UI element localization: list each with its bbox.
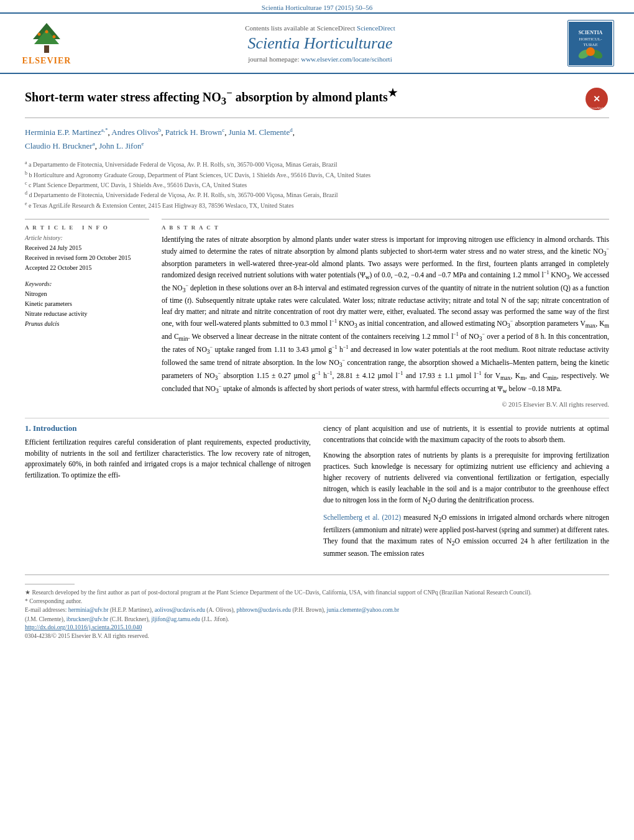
revised-date: Received in revised form 20 October 2015 (25, 253, 149, 263)
intro-paragraph-4: Schellemberg et al. (2012) measured N2O … (323, 512, 609, 560)
email-link-herminia[interactable]: herminia@ufv.br (68, 607, 109, 613)
keyword-kinetic: Kinetic parameters (25, 299, 149, 309)
svg-point-4 (53, 35, 56, 39)
body-col-right: ciency of plant acquisition and use of n… (323, 423, 609, 565)
affiliation-b: b b Horticulture and Agronomy Graduate G… (25, 170, 609, 180)
author-bruckner: Claudio H. Bruckner (25, 141, 93, 150)
header-left: ELSEVIER (12, 21, 81, 66)
two-col-info-abstract: A R T I C L E I N F O Article history: R… (25, 219, 609, 408)
article-info-header: A R T I C L E I N F O (25, 224, 149, 231)
issn-copyright: 0304-4238/© 2015 Elsevier B.V. All right… (25, 633, 609, 639)
svg-text:TURAE: TURAE (583, 42, 597, 47)
elsevier-logo: ELSEVIER (22, 21, 71, 66)
affiliation-c: c c Plant Science Department, UC Davis, … (25, 180, 609, 190)
svg-point-3 (38, 33, 41, 36)
svg-text:CrossMark: CrossMark (590, 106, 604, 109)
journal-title: Scientia Horticulturae (87, 34, 553, 53)
crossmark-icon: ✕ CrossMark (584, 86, 609, 111)
email-link-jljifon[interactable]: jljifon@ag.tamu.edu (151, 616, 200, 622)
page-wrapper: Scientia Horticulturae 197 (2015) 50–56 … (0, 0, 634, 840)
doi-link[interactable]: http://dx.doi.org/10.1016/j.scienta.2015… (25, 624, 609, 630)
elsevier-label: ELSEVIER (22, 56, 71, 66)
affiliation-a: a a Departamento de Fitotecnia, Universi… (25, 159, 609, 169)
homepage-link[interactable]: www.elsevier.com/locate/scihorti (301, 55, 392, 63)
citation-schellemberg[interactable]: Schellemberg et al. (2012) (323, 514, 401, 521)
footnotes-columns: ★ Research developed by the first author… (25, 580, 609, 639)
svg-text:HORTICUL-: HORTICUL- (579, 37, 602, 42)
affiliation-e: e e Texas AgriLife Research & Extension … (25, 200, 609, 210)
authors-line: Herminia E.P. Martineza,*, Andres Olivos… (25, 126, 609, 153)
svg-text:✕: ✕ (593, 95, 600, 104)
journal-header: ELSEVIER Contents lists available at Sci… (0, 12, 634, 74)
email-link-phbrown[interactable]: phbrown@ucdavis.edu (236, 607, 291, 613)
article-title: Short-term water stress affecting NO3− a… (25, 86, 584, 108)
author-olivos: Andres Olivos (111, 127, 158, 137)
received-date: Received 24 July 2015 (25, 243, 149, 253)
article-title-section: Short-term water stress affecting NO3− a… (25, 86, 609, 118)
keywords-label: Keywords: (25, 280, 149, 287)
corresponding-footnote: * Corresponding author. (25, 597, 609, 606)
svg-point-5 (45, 30, 48, 34)
journal-logo: SCIENTIA HORTICUL- TURAE (567, 20, 614, 67)
keyword-prunus: Prunus dulcis (25, 319, 149, 329)
contents-line: Contents lists available at ScienceDirec… (87, 24, 553, 32)
journal-citation: Scientia Horticulturae 197 (2015) 50–56 (262, 4, 372, 11)
footnotes-left: ★ Research developed by the first author… (25, 580, 609, 639)
article-content: Short-term water stress affecting NO3− a… (0, 74, 634, 840)
header-center: Contents lists available at ScienceDirec… (87, 24, 553, 63)
keyword-nitrogen: Nitrogen (25, 289, 149, 299)
col-abstract: A B S T R A C T Identifying the rates of… (162, 219, 609, 408)
author-clemente: Junia M. Clemente (229, 127, 290, 137)
body-content: 1. Introduction Efficient fertilization … (25, 418, 609, 565)
section-1-title: 1. Introduction (25, 423, 311, 433)
email-footnote: E-mail addresses: herminia@ufv.br (H.E.P… (25, 606, 609, 624)
email-link-ibruckner[interactable]: ibruckner@ufv.br (67, 616, 108, 622)
svg-point-12 (586, 47, 595, 56)
footnotes-area: ★ Research developed by the first author… (25, 575, 609, 639)
affiliations-section: a a Departamento de Fitotecnia, Universi… (25, 159, 609, 210)
authors-section: Herminia E.P. Martineza,*, Andres Olivos… (25, 126, 609, 153)
intro-paragraph-1: Efficient fertilization requires careful… (25, 437, 311, 481)
crossmark-badge[interactable]: ✕ CrossMark (584, 86, 609, 111)
abstract-body: Identifying the rates of nitrate absorpt… (162, 234, 609, 396)
author-martinez: Herminia E.P. Martinez (25, 127, 101, 137)
author-jifon: John L. Jifon (99, 141, 141, 150)
keyword-nitrate: Nitrate reductase activity (25, 309, 149, 319)
copyright-notice: © 2015 Elsevier B.V. All rights reserved… (162, 401, 609, 408)
abstract-header: A B S T R A C T (162, 224, 609, 231)
sciencedirect-link[interactable]: ScienceDirect (357, 24, 395, 32)
svg-text:SCIENTIA: SCIENTIA (579, 30, 603, 35)
header-right: SCIENTIA HORTICUL- TURAE (559, 20, 622, 67)
body-col-left: 1. Introduction Efficient fertilization … (25, 423, 311, 565)
journal-logo-icon: SCIENTIA HORTICUL- TURAE (569, 22, 612, 65)
journal-bar: Scientia Horticulturae 197 (2015) 50–56 (0, 0, 634, 12)
intro-paragraph-2: ciency of plant acquisition and use of n… (323, 423, 609, 446)
star-footnote: ★ Research developed by the first author… (25, 588, 609, 597)
elsevier-tree-icon (22, 21, 71, 55)
footnotes-divider (25, 584, 75, 584)
col-article-info: A R T I C L E I N F O Article history: R… (25, 219, 149, 408)
accepted-date: Accepted 22 October 2015 (25, 263, 149, 273)
svg-rect-0 (44, 45, 49, 53)
journal-homepage: journal homepage: www.elsevier.com/locat… (87, 55, 553, 63)
email-label: E-mail addresses: (25, 607, 67, 613)
intro-paragraph-3: Knowing the absorption rates of nutrient… (323, 450, 609, 507)
email-link-aolivos[interactable]: aolivos@ucdavis.edu (155, 607, 205, 613)
author-brown: Patrick H. Brown (165, 127, 222, 137)
article-history-label: Article history: (25, 234, 149, 241)
email-link-junia[interactable]: junia.clemente@yahoo.com.br (327, 607, 400, 613)
affiliation-d: d d Departamento de Fitotecnia, Universi… (25, 190, 609, 200)
